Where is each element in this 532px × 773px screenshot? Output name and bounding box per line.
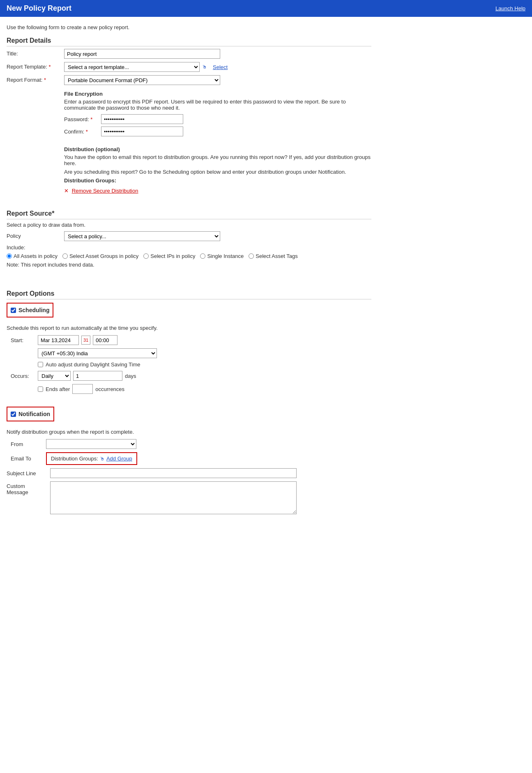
daylight-label: Auto adjust during Daylight Saving Time [46,361,140,368]
file-encryption-title: File Encryption [64,91,371,97]
days-text: days [125,373,136,379]
distribution-groups-label: Distribution Groups: [64,177,371,184]
distribution-title: Distribution (optional) [64,146,371,152]
report-source-header: Report Source* [7,210,371,219]
file-encryption-desc: Enter a password to encrypt this PDF rep… [64,99,371,111]
start-label: Start: [11,337,35,343]
notification-desc: Notify distribution groups when the repo… [7,429,371,435]
scheduling-title: Scheduling [11,307,49,313]
report-details-header: Report Details [7,37,371,46]
include-label: Include: [7,244,25,251]
distribution-desc1: You have the option to email this report… [64,154,371,166]
occurs-value-input[interactable] [73,371,122,381]
format-select[interactable]: Portable Document Format (PDF) [64,75,220,85]
intro-text: Use the following form to create a new p… [7,24,371,30]
start-time-input[interactable] [93,335,117,345]
launch-help-link[interactable]: Launch Help [495,5,525,12]
occurrences-label: occurrences [95,386,124,392]
timezone-select[interactable]: (GMT +05:30) India [38,348,157,358]
ends-after-label: Ends after [46,386,70,392]
remove-secure-distribution-link[interactable]: Remove Secure Distribution [72,188,138,194]
report-options-section: Report Options Scheduling Schedule this … [7,290,371,514]
select-link-icon: 🖱 [202,64,207,70]
format-label: Report Format: * [7,75,64,83]
report-source-section: Report Source* Select a policy to draw d… [7,210,371,268]
title-label: Title: [7,49,64,57]
template-select[interactable]: Select a report template... [64,62,200,72]
distribution-desc2: Are you scheduling this report? Go to th… [64,169,371,175]
password-input[interactable] [101,114,183,124]
header: New Policy Report Launch Help [0,0,532,17]
report-source-desc: Select a policy to draw data from. [7,222,371,228]
scheduling-checkbox[interactable] [11,308,16,313]
report-details-section: Report Details Title: Report Template: *… [7,37,371,194]
option-select-asset-tags[interactable]: Select Asset Tags [249,253,297,259]
from-label: From [11,441,44,447]
confirm-label: Confirm: * [64,129,101,135]
template-label: Report Template: * [7,62,64,70]
password-label: Password: * [64,116,101,122]
option-all-assets[interactable]: All Assets in policy [7,253,58,259]
title-input[interactable] [64,49,220,59]
add-group-link[interactable]: Add Group [106,456,132,462]
option-single-instance[interactable]: Single Instance [200,253,244,259]
note-text: Note: This report includes trend data. [7,262,371,268]
policy-label: Policy [7,231,64,239]
daylight-checkbox[interactable] [38,362,43,367]
ends-after-checkbox[interactable] [38,386,43,392]
scheduling-box: Scheduling [7,303,53,317]
distribution-groups-inline-label: Distribution Groups: [51,456,98,462]
policy-select[interactable]: Select a policy... [64,231,220,241]
subject-label: Subject Line [7,470,48,476]
start-date-input[interactable] [38,335,79,345]
subject-input[interactable] [50,468,297,478]
scheduling-desc: Schedule this report to run automaticall… [7,325,371,331]
notification-checkbox[interactable] [11,412,16,417]
calendar-icon[interactable]: 31 [81,336,90,345]
confirm-input[interactable] [101,127,183,136]
from-select[interactable] [46,439,136,449]
option-select-ips[interactable]: Select IPs in policy [143,253,195,259]
occurs-type-select[interactable]: Daily [38,371,71,381]
email-to-label: Email To [11,456,44,462]
custom-message-label: Custom Message [7,481,48,495]
notification-box: Notification [7,407,54,421]
option-select-asset-groups[interactable]: Select Asset Groups in policy [62,253,138,259]
notification-title: Notification [11,411,50,417]
template-select-link[interactable]: Select [213,64,228,70]
email-to-box: Distribution Groups: 🖱 Add Group [46,452,137,465]
report-options-header: Report Options [7,290,371,299]
occurs-label: Occurs: [11,373,35,379]
include-options: All Assets in policy Select Asset Groups… [7,253,371,259]
custom-message-textarea[interactable] [50,481,297,514]
remove-icon: ✕ [64,188,69,194]
add-group-icon: 🖱 [100,456,105,462]
page-title: New Policy Report [7,4,71,13]
ends-after-input[interactable] [72,384,93,394]
